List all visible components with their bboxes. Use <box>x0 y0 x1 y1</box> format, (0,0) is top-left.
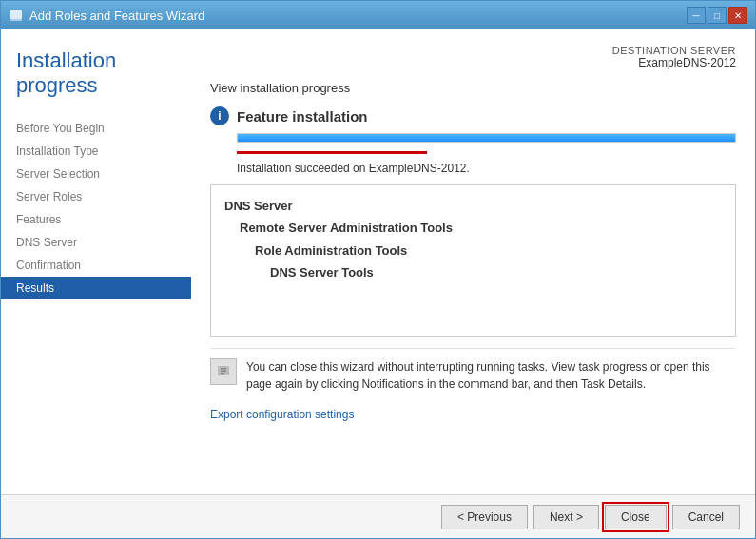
feature-dns-server-tools: DNS Server Tools <box>224 261 722 283</box>
sidebar-item-confirmation: Confirmation <box>1 254 191 277</box>
close-button[interactable]: Close <box>605 505 667 529</box>
installed-features-box: DNS Server Remote Server Administration … <box>210 184 736 337</box>
svg-rect-3 <box>221 368 226 370</box>
maximize-button[interactable]: □ <box>708 7 727 24</box>
feature-role-admin-tools: Role Administration Tools <box>224 240 722 261</box>
window-close-button[interactable]: ✕ <box>728 7 747 24</box>
notification-text: You can close this wizard without interr… <box>246 358 736 393</box>
sidebar: Installation progress Before You Begin I… <box>1 29 191 494</box>
progress-bar-error-indicator <box>237 151 427 154</box>
title-bar: Add Roles and Features Wizard ─ □ ✕ <box>1 1 755 29</box>
page-title: Installation progress <box>1 48 191 117</box>
sidebar-item-dns-server: DNS Server <box>1 231 191 254</box>
notification-icon <box>210 358 237 385</box>
sidebar-item-features: Features <box>1 208 191 231</box>
sidebar-item-server-roles: Server Roles <box>1 185 191 208</box>
sidebar-item-before-you-begin: Before You Begin <box>1 117 191 140</box>
progress-bar-fill <box>238 134 735 142</box>
view-progress-label: View installation progress <box>210 81 736 95</box>
info-icon: i <box>210 106 229 125</box>
success-message: Installation succeeded on ExampleDNS-201… <box>237 162 736 175</box>
feature-section: i Feature installation Installation succ… <box>210 106 736 175</box>
destination-server-name: ExampleDNS-2012 <box>210 56 736 69</box>
destination-label: DESTINATION SERVER <box>612 45 736 56</box>
next-button[interactable]: Next > <box>533 505 599 529</box>
minimize-button[interactable]: ─ <box>687 7 706 24</box>
window-title: Add Roles and Features Wizard <box>29 9 204 23</box>
sidebar-item-server-selection: Server Selection <box>1 163 191 185</box>
feature-dns-server: DNS Server <box>224 195 722 217</box>
notification-area: You can close this wizard without interr… <box>210 348 736 402</box>
progress-bar-container <box>237 133 736 143</box>
svg-rect-0 <box>10 10 22 19</box>
feature-header: i Feature installation <box>210 106 736 125</box>
content-area: DESTINATION SERVER ExampleDNS-2012 View … <box>191 29 755 494</box>
svg-rect-4 <box>221 371 226 373</box>
window-controls: ─ □ ✕ <box>687 7 747 24</box>
previous-button[interactable]: < Previous <box>441 505 528 529</box>
button-bar: < Previous Next > Close Cancel <box>1 494 755 538</box>
wizard-icon <box>9 8 24 23</box>
export-configuration-link[interactable]: Export configuration settings <box>210 408 736 421</box>
title-bar-left: Add Roles and Features Wizard <box>9 8 204 23</box>
cancel-button[interactable]: Cancel <box>672 505 740 529</box>
feature-remote-admin-tools: Remote Server Administration Tools <box>224 217 722 239</box>
svg-rect-5 <box>221 373 224 375</box>
main-content: Installation progress Before You Begin I… <box>1 29 755 494</box>
wizard-window: Add Roles and Features Wizard ─ □ ✕ Inst… <box>0 0 756 539</box>
destination-server-info: DESTINATION SERVER ExampleDNS-2012 <box>210 45 736 69</box>
sidebar-nav: Before You Begin Installation Type Serve… <box>1 117 191 299</box>
sidebar-item-installation-type: Installation Type <box>1 140 191 163</box>
feature-installation-title: Feature installation <box>237 108 368 125</box>
svg-rect-1 <box>10 19 22 21</box>
sidebar-item-results: Results <box>1 277 191 299</box>
